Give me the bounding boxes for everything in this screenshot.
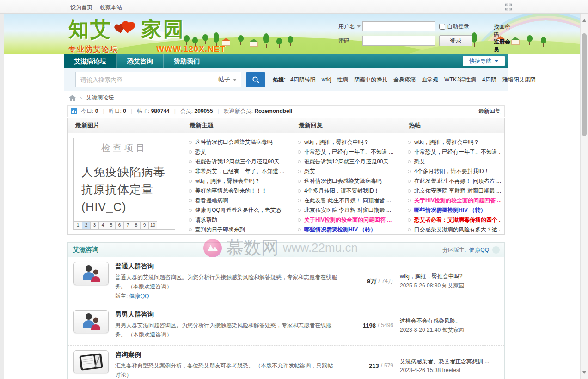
last-post-link[interactable]: 艾滋病感染者、恐艾者正念冥想训 ... [400,358,504,366]
scrollbar-thumb[interactable] [582,33,587,136]
fullscreen-icon[interactable] [505,3,512,11]
topic-link[interactable]: wtkj，胸推，臀推会中吗？ [304,138,369,146]
hot-search-link[interactable]: 4周阴 [482,76,496,83]
last-post-link[interactable]: wtkj，胸推，臀推会中吗? [400,273,504,280]
hot-search-link[interactable]: WTKJ得性病 [444,76,476,83]
nav-tab[interactable]: 艾滋病论坛 [64,54,117,68]
last-post-link[interactable]: 这样会不会有感染风险。 [400,317,504,325]
pager-page[interactable]: 10 [148,221,157,229]
home-icon[interactable] [69,95,76,101]
topic-link[interactable]: 关于HIV检测的较全面的问题回答 ... [414,197,501,205]
topic-link[interactable]: 这种情况伤口会感染艾滋病毒吗 [304,177,382,185]
topbar-link[interactable]: 收藏本站 [100,4,122,12]
forum-icon[interactable] [74,262,109,285]
topic-link[interactable]: 哪些情况需要检测HIV （转） [304,226,376,234]
hot-search-link[interactable]: 阴霾中的挣扎 [354,76,387,83]
pager-page[interactable]: 1 [74,221,82,229]
password-field[interactable] [362,36,435,46]
search-input[interactable] [76,72,214,87]
hot-search-link[interactable]: 性病 [337,76,348,83]
pager-page[interactable]: 2 [82,221,91,229]
scroll-down-arrow-icon[interactable] [582,371,586,376]
section-title[interactable]: 艾滋咨询 [73,246,98,254]
forum-icon[interactable] [74,310,109,333]
topic-link[interactable]: 宣判的日子即将来到 [195,226,245,234]
username-field[interactable] [362,21,435,31]
topic-link[interactable]: 北京佑安医院 李群辉 对窗口期最 ... [414,187,501,195]
topic-link[interactable]: 口交感染艾滋病的风险有多大？这 ... [414,226,501,234]
forum-title-link[interactable]: 男男人群咨询 [115,311,154,319]
topic-link[interactable]: 关于HIV检测的较全面的问题回答 ... [304,216,392,224]
topic-item: 口交感染艾滋病的风险有多大？这 ... [408,225,501,235]
topic-link[interactable]: 这种情况伤口会感染艾滋病毒吗 [195,138,273,146]
bullet-icon [298,141,301,144]
latest-image-thumbnail[interactable]: 检查项目 人免疫缺陷病毒抗原抗体定量(HIV_C) [74,138,175,230]
topic-link[interactable]: 在此发誓:此生不再嫖！ 同顶者皆 ... [304,197,391,205]
topic-link[interactable]: 恐艾者必看：艾滋病毒传播的四个 ... [414,216,501,224]
register-link[interactable]: 注册会员 [494,38,514,54]
topic-link[interactable]: 4个多月转阳，请不要封我ID！ [414,168,490,175]
bullet-icon [408,218,411,222]
topic-item: 恐艾者必看：艾滋病毒传播的四个 ... [408,215,501,225]
topic-link[interactable]: 健康哥QQ哥看看这是什么，老艾恐 [195,206,282,214]
username-label[interactable]: 用户名 [338,23,362,31]
forum-title-link[interactable]: 普通人群咨询 [115,262,154,271]
topic-link[interactable]: 非常恐艾，已经有一年了。不知道 ... [414,148,501,156]
topic-link[interactable]: 恐艾 [414,158,425,166]
forum-icon[interactable] [74,350,109,373]
pager-page[interactable]: 5 [107,221,116,229]
main-navbar: 艾滋病论坛恐艾咨询赞助我们 快捷导航 [64,54,508,68]
logo-text-left: 知艾 [68,16,112,43]
topic-link[interactable]: 在此发誓:此生不再嫖！ 同顶者皆 ... [414,177,501,185]
forum-last-post: 这样会不会有感染风险。 2023-8-20 21:40 知艾家园 [400,310,504,341]
collapse-icon[interactable]: − [492,246,500,254]
topic-link[interactable]: 谁能告诉我12周就三个月还是90天 [304,158,389,166]
forum-moderator-link[interactable]: 健康QQ [129,293,149,299]
topic-link[interactable]: 非常恐艾，已经有一年了。不知道 ... [304,148,393,156]
bullet-icon [408,170,411,173]
bullet-icon [408,141,411,144]
topic-link[interactable]: 北京佑安医院 李群辉 对窗口期最 ... [304,206,391,214]
scrollbar[interactable] [580,14,588,379]
topic-link[interactable]: 哪些情况需要检测HIV （转） [414,206,486,214]
hot-search: 热搜: 4周阴转阳wtkj性病阴霾中的挣扎全身疼痛血常规WTKJ得性病4周阴雅培… [252,68,542,91]
topic-link[interactable]: wtkj，胸推，臀推会中吗？ [414,138,479,146]
latest-reply-link[interactable]: 最新回复 [478,107,501,115]
topic-link[interactable]: 美好的事情总会到来的！！！ [195,187,267,195]
pager-page[interactable]: 7 [123,221,132,229]
pager-page[interactable]: 6 [115,221,124,229]
forum-title-link[interactable]: 咨询案例 [115,351,141,359]
auto-login-checkbox[interactable] [439,24,445,30]
post-count: 5496 [381,322,393,329]
topic-link[interactable]: 请求帮助 [195,216,217,224]
scroll-up-arrow-icon[interactable] [582,17,586,22]
topic-link[interactable]: 恐艾 [304,168,315,175]
pager-page[interactable]: 4 [98,221,107,229]
hot-search-link[interactable]: 雅培阳艾康阴 [502,76,536,83]
hot-search-link[interactable]: 全身疼痛 [393,76,416,83]
site-logo[interactable]: 知艾 家园 专业防艾论坛 WWW.120X.NET [68,16,226,54]
pager-page[interactable]: 9 [140,221,149,229]
quick-nav-button[interactable]: 快捷导航 [463,56,505,66]
breadcrumb-current[interactable]: 艾滋病论坛 [86,94,114,102]
topic-link[interactable]: wtkj，胸推，臀推会中吗？ [195,177,260,185]
topic-link[interactable]: 谁能告诉我12周就三个月还是90天 [195,158,280,166]
topic-link[interactable]: 看看是啥病啊 [195,197,228,205]
find-password-link[interactable]: 找回密码 [494,23,514,39]
section-moderator-link[interactable]: 健康QQ [469,246,489,254]
forum-moderator-line: 版主: 健康QQ [115,292,338,300]
topic-link[interactable]: 4个多月转阳，请不要封我ID！ [304,187,380,195]
moderator-label: 分区版主: [442,246,466,254]
topic-link[interactable]: 恐艾 [195,148,206,156]
pager-page[interactable]: 3 [90,221,99,229]
topbar-link[interactable]: 设为首页 [70,4,92,12]
hot-search-link[interactable]: wtkj [322,76,331,83]
hot-search-link[interactable]: 4周阴转阳 [290,76,316,83]
topic-link[interactable]: 非常恐艾，已经有一年了。不知道 ... [195,168,284,175]
search-type-select[interactable]: 帖子 [214,72,241,87]
pager-page[interactable]: 8 [132,221,141,229]
login-button[interactable]: 登录 [439,35,472,46]
nav-tab[interactable]: 赞助我们 [164,54,210,68]
hot-search-link[interactable]: 血常规 [422,76,438,83]
nav-tab[interactable]: 恐艾咨询 [117,54,164,68]
